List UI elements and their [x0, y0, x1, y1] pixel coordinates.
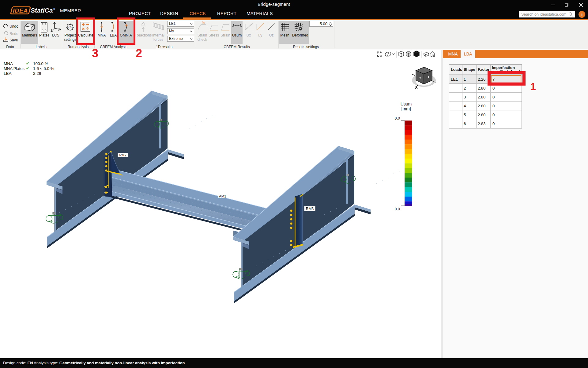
- svg-text:</>: </>: [68, 25, 73, 29]
- svg-text:%: %: [202, 21, 205, 25]
